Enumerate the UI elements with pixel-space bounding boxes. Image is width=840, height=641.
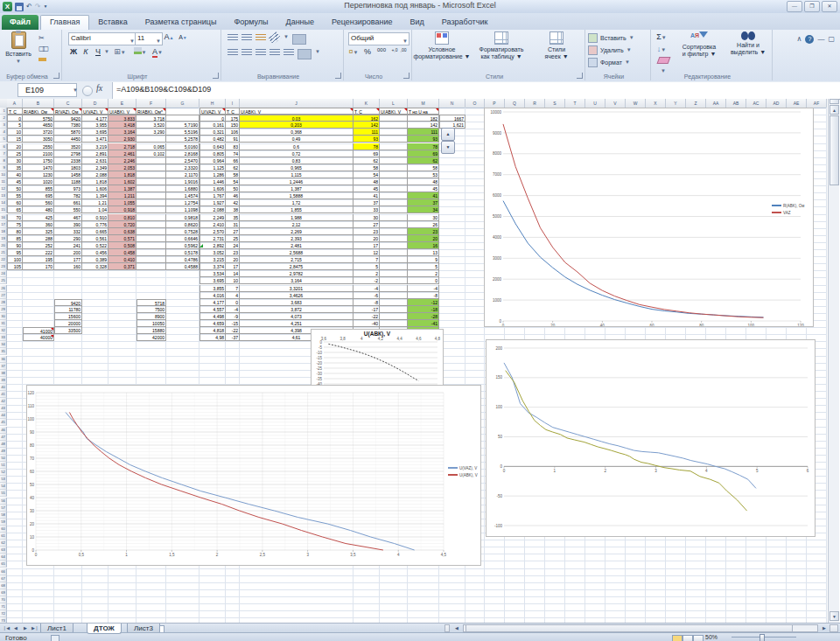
cell-M3[interactable]: 142 (408, 122, 439, 129)
cell-K5[interactable]: 93 (354, 136, 380, 143)
cell-H23[interactable]: 3,374 (200, 263, 226, 270)
cell-J11[interactable]: 1,2446 (240, 178, 354, 185)
cell-K10[interactable]: 54 (354, 171, 380, 178)
paste-button[interactable]: Вставить ▼ (3, 31, 34, 65)
cell-M1[interactable]: T но U на (408, 108, 439, 115)
cell-A15[interactable]: 65 (7, 206, 23, 213)
cell-A6[interactable]: 20 (7, 143, 23, 150)
formula-bar-collapse-button[interactable] (82, 86, 93, 96)
column-header-N[interactable]: N (439, 99, 466, 108)
cell-B7[interactable]: 2100 (23, 150, 54, 157)
row-header-13[interactable]: 13 (0, 192, 7, 199)
cell-K22[interactable]: 7 (354, 256, 380, 263)
cell-M26[interactable]: -4 (408, 285, 439, 292)
cell-A18[interactable]: 80 (7, 228, 23, 235)
cell-B2[interactable]: 5750 (23, 115, 54, 122)
row-header-53[interactable]: 53 (0, 476, 7, 483)
cell-C9[interactable]: 1803 (54, 164, 82, 171)
cell-D17[interactable]: 0,776 (82, 221, 108, 228)
cell-G19[interactable]: 0,6646 (166, 235, 200, 242)
redo-icon[interactable]: ↷ (35, 2, 41, 11)
cell-M20[interactable]: 16 (408, 242, 439, 249)
cell-E6[interactable]: 2,718 (108, 143, 136, 150)
row-header-61[interactable]: 61 (0, 533, 7, 540)
cell-K25[interactable]: -2 (354, 277, 380, 284)
cell-H9[interactable]: 1,125 (200, 164, 226, 171)
row-header-7[interactable]: 7 (0, 150, 7, 157)
cell-J13[interactable]: 1,5888 (240, 192, 354, 199)
cell-A21[interactable]: 95 (7, 249, 23, 256)
cell-I18[interactable]: 27 (226, 228, 240, 235)
cell-M7[interactable]: 69 (408, 150, 439, 157)
cell-F10[interactable] (136, 171, 166, 178)
cell-B10[interactable]: 1230 (23, 171, 54, 178)
row-header-57[interactable]: 57 (0, 505, 7, 512)
cell-G7[interactable]: 2,8168 (166, 150, 200, 157)
cell-L20[interactable] (380, 242, 408, 249)
cell-B1[interactable]: R(ABK), Ом (23, 108, 54, 115)
scroll-up-button[interactable]: ▲ (830, 105, 839, 115)
cell-I25[interactable]: 10 (226, 277, 240, 284)
number-format-select[interactable]: Общий▼ (348, 32, 410, 45)
cell-C14[interactable]: 661 (54, 199, 82, 206)
cell-H21[interactable]: 3,052 (200, 249, 226, 256)
cell-I2[interactable]: 175 (226, 115, 240, 122)
cell-F9[interactable] (136, 164, 166, 171)
format-as-table-button[interactable]: Форматироватькак таблицу ▼ (472, 31, 530, 60)
cell-J29[interactable]: 3,872 (240, 306, 354, 313)
cell-I23[interactable]: 17 (226, 263, 240, 270)
cell-J30[interactable]: 4,073 (240, 313, 354, 320)
cell-B8[interactable]: 1750 (23, 157, 54, 164)
cell-G21[interactable]: 0,5178 (166, 249, 200, 256)
cell-I5[interactable]: 91 (226, 136, 240, 143)
cell-H32[interactable]: 4,818 (200, 327, 226, 334)
row-header-31[interactable]: 31 (0, 320, 7, 327)
cell-H27[interactable]: 4,016 (200, 292, 226, 299)
cell-E19[interactable]: 0,571 (108, 235, 136, 242)
formula-input[interactable]: =A109&B109&C109&D109 (112, 82, 840, 99)
cell-C12[interactable]: 973 (54, 185, 82, 192)
cell-F29[interactable]: 7500 (136, 306, 166, 313)
cell-L11[interactable] (380, 178, 408, 185)
next-sheet-button[interactable]: ▶ (21, 624, 30, 632)
underline-dropdown-icon[interactable]: ▼ (103, 49, 110, 60)
cell-A19[interactable]: 85 (7, 235, 23, 242)
cell-D10[interactable]: 2,088 (82, 171, 108, 178)
cell-L27[interactable] (380, 292, 408, 299)
row-header-26[interactable]: 26 (0, 285, 7, 292)
align-left-icon[interactable] (228, 49, 238, 57)
cell-J9[interactable]: 0,965 (240, 164, 354, 171)
cell-L18[interactable] (380, 228, 408, 235)
row-header-2[interactable]: 2 (0, 115, 7, 122)
wrap-text-icon[interactable] (292, 34, 306, 45)
row-header-48[interactable]: 48 (0, 441, 7, 448)
cell-A20[interactable]: 90 (7, 242, 23, 249)
cell-A10[interactable]: 40 (7, 171, 23, 178)
cell-F6[interactable]: 0,065 (136, 143, 166, 150)
cell-K6[interactable]: 78 (354, 143, 380, 150)
cell-L5[interactable] (380, 136, 408, 143)
normal-view-button[interactable] (672, 635, 682, 641)
cell-H29[interactable]: 4,557 (200, 306, 226, 313)
row-header-38[interactable]: 38 (0, 370, 7, 377)
cell-A1[interactable]: T, C (7, 108, 23, 115)
cell-A8[interactable]: 30 (7, 157, 23, 164)
cell-J22[interactable]: 2,715 (240, 256, 354, 263)
cell-M27[interactable]: -8 (408, 292, 439, 299)
cell-B16[interactable]: 425 (23, 214, 54, 221)
cell-K20[interactable]: 17 (354, 242, 380, 249)
vertical-scroll-thumb[interactable] (830, 115, 839, 185)
cell-G5[interactable]: 5,2578 (166, 136, 200, 143)
cell-F5[interactable] (136, 136, 166, 143)
cell-G17[interactable]: 0,8620 (166, 221, 200, 228)
tab-Рецензирование[interactable]: Рецензирование (323, 15, 402, 30)
tab-Разработчик[interactable]: Разработчик (433, 15, 496, 30)
column-header-G[interactable]: G (166, 99, 200, 108)
cell-K11[interactable]: 48 (354, 178, 380, 185)
cell-K14[interactable]: 37 (354, 199, 380, 206)
window-restore-icon[interactable]: ▢ (828, 35, 835, 44)
hscroll-right-button[interactable]: ▶ (820, 624, 829, 632)
cell-H33[interactable]: 4,98 (200, 334, 226, 341)
cell-K13[interactable]: 41 (354, 192, 380, 199)
comma-format-button[interactable]: 000 (374, 47, 388, 59)
